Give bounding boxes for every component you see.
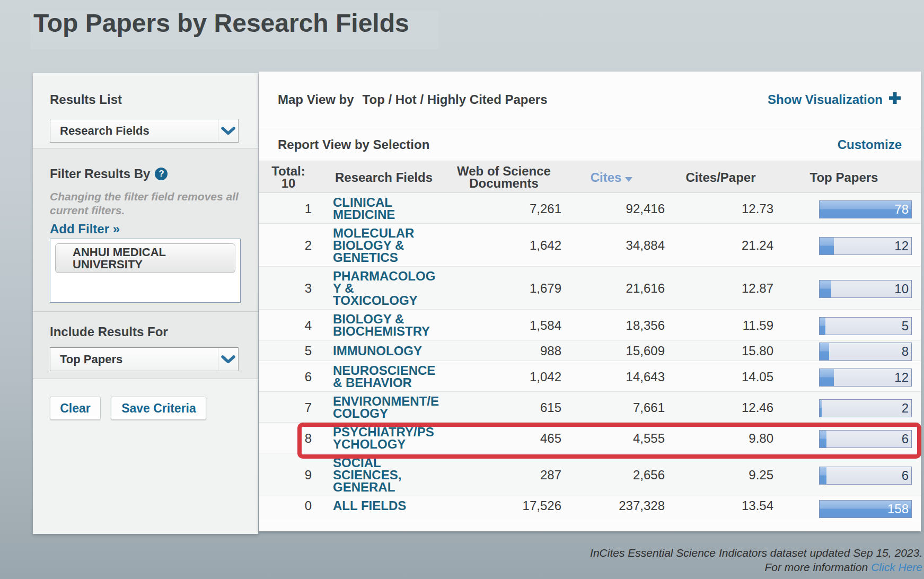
field-link[interactable]: PHARMACOLOGY & TOXICOLOGY: [333, 270, 440, 306]
table-row-rank-3: 3PHARMACOLOGY & TOXICOLOGY1,67921,61612.…: [259, 267, 921, 310]
top-papers-bar: 6: [819, 467, 912, 485]
table-row-rank-2: 2MOLECULAR BIOLOGY & GENETICS1,64234,884…: [259, 224, 921, 267]
cites-per-paper-cell: 12.73: [671, 193, 780, 224]
field-cell: ENVIRONMENT/ECOLOGY: [318, 392, 440, 423]
table-header-row: Total: 10 Research Fields Web of Science…: [259, 161, 921, 193]
top-papers-bar: 12: [819, 237, 912, 255]
sort-desc-icon: [625, 177, 632, 182]
include-results-label: Include Results For: [50, 324, 240, 339]
top-papers-cell: 6: [780, 423, 921, 453]
field-link[interactable]: PSYCHIATRY/PSYCHOLOGY: [333, 426, 440, 450]
field-link[interactable]: IMMUNOLOGY: [333, 345, 440, 357]
top-papers-cell: 158: [780, 496, 921, 520]
footer-more-info: For more information Click Here: [590, 560, 922, 574]
column-header-top-papers[interactable]: Top Papers: [780, 161, 921, 193]
top-papers-bar: 10: [819, 280, 912, 298]
field-link[interactable]: NEUROSCIENCE & BEHAVIOR: [333, 364, 440, 389]
field-cell: PSYCHIATRY/PSYCHOLOGY: [318, 423, 440, 453]
column-header-wos-documents[interactable]: Web of Science Documents: [440, 161, 568, 193]
cites-per-paper-cell: 12.46: [671, 392, 780, 423]
field-link[interactable]: MOLECULAR BIOLOGY & GENETICS: [333, 227, 440, 264]
field-link[interactable]: BIOLOGY & BIOCHEMISTRY: [333, 313, 440, 337]
report-view-label: Report View by Selection: [278, 137, 429, 152]
rank-cell: 0: [259, 496, 318, 520]
click-here-link[interactable]: Click Here: [871, 561, 922, 573]
cites-per-paper-cell: 11.59: [671, 310, 780, 340]
filter-listbox[interactable]: ANHUI MEDICAL UNIVERSITY: [50, 239, 241, 303]
column-header-research-fields[interactable]: Research Fields: [318, 161, 440, 193]
results-list-label: Results List: [50, 92, 240, 107]
field-link[interactable]: CLINICAL MEDICINE: [333, 196, 440, 221]
rank-cell: 8: [259, 423, 318, 453]
help-icon[interactable]: ?: [155, 168, 168, 180]
wos-documents-cell: 1,584: [440, 310, 568, 340]
map-view-header: Map View by Top / Hot / Highly Cited Pap…: [259, 72, 921, 128]
top-papers-value: 6: [902, 431, 909, 448]
cites-per-paper-cell: 13.54: [671, 496, 780, 520]
table-body: 1CLINICAL MEDICINE7,26192,41612.73782MOL…: [259, 193, 921, 520]
sidebar: Results List Research Fields Filter Resu…: [33, 73, 258, 534]
cites-per-paper-cell: 14.05: [671, 361, 780, 392]
cites-cell: 18,356: [568, 310, 671, 340]
table-row-rank-4: 4BIOLOGY & BIOCHEMISTRY1,58418,35611.595: [259, 310, 921, 340]
column-header-cites[interactable]: Cites: [568, 161, 671, 193]
include-results-select-value: Top Papers: [60, 348, 122, 371]
show-visualization-link[interactable]: Show Visualization: [768, 91, 902, 108]
actions-section: Clear Save Criteria: [33, 379, 258, 534]
top-papers-cell: 12: [780, 361, 921, 392]
top-papers-value: 6: [902, 467, 909, 484]
table-row-rank-9: 9SOCIAL SCIENCES, GENERAL2872,6569.256: [259, 453, 921, 496]
field-link[interactable]: ALL FIELDS: [333, 499, 440, 512]
top-papers-cell: 5: [780, 310, 921, 340]
main-panel: Map View by Top / Hot / Highly Cited Pap…: [259, 72, 921, 531]
report-view-header: Report View by Selection Customize: [259, 128, 921, 161]
filter-item-label: ANHUI MEDICAL UNIVERSITY: [73, 246, 235, 270]
cites-per-paper-cell: 15.80: [671, 340, 780, 361]
table-row-rank-7: 7ENVIRONMENT/ECOLOGY6157,66112.462: [259, 392, 921, 423]
top-papers-bar: 12: [819, 369, 912, 387]
cites-per-paper-cell: 9.25: [671, 453, 780, 496]
top-papers-cell: 12: [780, 224, 921, 267]
wos-documents-cell: 1,042: [440, 361, 568, 392]
field-cell: IMMUNOLOGY: [318, 340, 440, 361]
top-papers-value: 12: [894, 369, 909, 386]
save-criteria-button[interactable]: Save Criteria: [111, 397, 206, 420]
cites-cell: 2,656: [568, 453, 671, 496]
rank-cell: 1: [259, 193, 318, 224]
customize-link[interactable]: Customize: [838, 137, 902, 152]
cites-cell: 7,661: [568, 392, 671, 423]
footer: InCites Essential Science Indicators dat…: [590, 546, 922, 574]
column-header-cites-paper[interactable]: Cites/Paper: [671, 161, 780, 193]
field-cell: MOLECULAR BIOLOGY & GENETICS: [318, 224, 440, 267]
top-papers-bar: 6: [819, 430, 912, 448]
field-cell: PHARMACOLOGY & TOXICOLOGY: [318, 267, 440, 310]
field-link[interactable]: ENVIRONMENT/ECOLOGY: [333, 395, 440, 419]
wos-documents-cell: 287: [440, 453, 568, 496]
map-view-label: Map View by: [278, 92, 354, 107]
table-row-rank-1: 1CLINICAL MEDICINE7,26192,41612.7378: [259, 193, 921, 224]
top-papers-bar: 78: [819, 200, 912, 218]
results-list-section: Results List Research Fields: [33, 73, 258, 148]
include-results-select[interactable]: Top Papers: [50, 347, 239, 371]
table-row-rank-0: 0ALL FIELDS17,526237,32813.54158: [259, 496, 921, 520]
cites-cell: 14,643: [568, 361, 671, 392]
cites-per-paper-cell: 12.87: [671, 267, 780, 310]
filter-note: Changing the filter field removes all cu…: [50, 190, 240, 217]
map-view-sublabel: Top / Hot / Highly Cited Papers: [363, 92, 548, 107]
cites-cell: 21,616: [568, 267, 671, 310]
top-papers-bar: 2: [819, 399, 912, 417]
top-papers-bar: 5: [819, 317, 912, 335]
results-list-select-value: Research Fields: [60, 119, 149, 142]
page-title: Top Papers by Research Fields: [33, 4, 409, 42]
table-row-rank-6: 6NEUROSCIENCE & BEHAVIOR1,04214,64314.05…: [259, 361, 921, 392]
results-list-select[interactable]: Research Fields: [50, 119, 239, 143]
filter-item-anhui-medical-university[interactable]: ANHUI MEDICAL UNIVERSITY: [55, 243, 235, 273]
clear-button[interactable]: Clear: [50, 397, 101, 420]
cites-cell: 237,328: [568, 496, 671, 520]
top-papers-cell: 10: [780, 267, 921, 310]
top-papers-value: 5: [902, 318, 909, 335]
add-filter-link[interactable]: Add Filter »: [50, 222, 120, 236]
cites-per-paper-cell: 21.24: [671, 224, 780, 267]
field-link[interactable]: SOCIAL SCIENCES, GENERAL: [333, 457, 440, 493]
filter-results-label: Filter Results By: [50, 166, 150, 181]
